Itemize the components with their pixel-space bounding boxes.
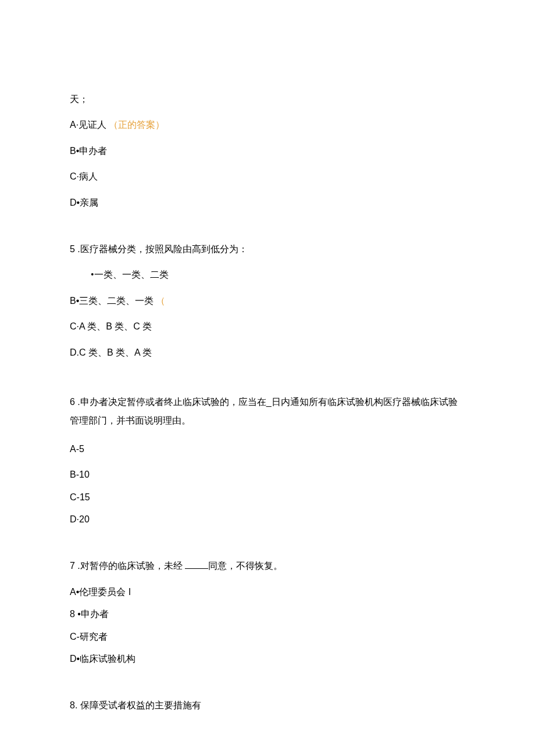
question-5: 5 .医疗器械分类，按照风险由高到低分为： •一类、一类、二类 B•三类、二类、… <box>70 243 465 359</box>
q5-stem: 5 .医疗器械分类，按照风险由高到低分为： <box>70 243 465 256</box>
blank-field <box>185 560 208 569</box>
q6-opt-b: B-10 <box>70 468 465 481</box>
q7-opt-c: C-研究者 <box>70 630 465 643</box>
q4-tail: 天； <box>70 93 465 106</box>
question-7: 7 .对暂停的临床试验，未经 同意，不得恢复。 A•伦理委员会 I 8 •申办者… <box>70 560 465 665</box>
question-6: 6 .申办者决定暂停或者终止临床试验的，应当在_日内通知所有临床试验机构医疗器械… <box>70 393 465 526</box>
q4-opt-d: D•亲属 <box>70 196 465 209</box>
opt-text: A·见证人 <box>70 120 106 130</box>
q7-opt-b: 8 •申办者 <box>70 608 465 621</box>
q6-stem: 6 .申办者决定暂停或者终止临床试验的，应当在_日内通知所有临床试验机构医疗器械… <box>70 393 465 430</box>
q4-opt-a: A·见证人 （正的答案） <box>70 119 465 131</box>
stem-pre: 7 .对暂停的临床试验，未经 <box>70 561 185 571</box>
answer-hint: （ <box>156 296 165 306</box>
q4-opt-c: C·病人 <box>70 170 465 183</box>
q6-opt-d: D·20 <box>70 513 465 526</box>
q5-opt-a: •一类、一类、二类 <box>70 268 465 281</box>
q8-stem: 8. 保障受试者权益的主要措施有 <box>70 699 465 712</box>
q6-opt-c: C-15 <box>70 491 465 504</box>
stem-post: 同意，不得恢复。 <box>208 561 283 571</box>
opt-text: B•三类、二类、一类 <box>70 296 154 306</box>
q7-stem: 7 .对暂停的临床试验，未经 同意，不得恢复。 <box>70 560 465 572</box>
q7-opt-d: D•临床试验机构 <box>70 653 465 665</box>
q4-opt-b: B•申办者 <box>70 145 465 157</box>
document-page: 天； A·见证人 （正的答案） B•申办者 C·病人 D•亲属 5 .医疗器械分… <box>70 93 465 712</box>
q6-opt-a: A-5 <box>70 443 465 456</box>
q5-opt-b: B•三类、二类、一类 （ <box>70 295 465 307</box>
question-8: 8. 保障受试者权益的主要措施有 <box>70 699 465 712</box>
answer-hint: （正的答案） <box>109 120 165 130</box>
q7-opt-a: A•伦理委员会 I <box>70 586 465 599</box>
q5-opt-c: C·A 类、B 类、C 类 <box>70 320 465 333</box>
q5-opt-d: D.C 类、B 类、A 类 <box>70 346 465 359</box>
